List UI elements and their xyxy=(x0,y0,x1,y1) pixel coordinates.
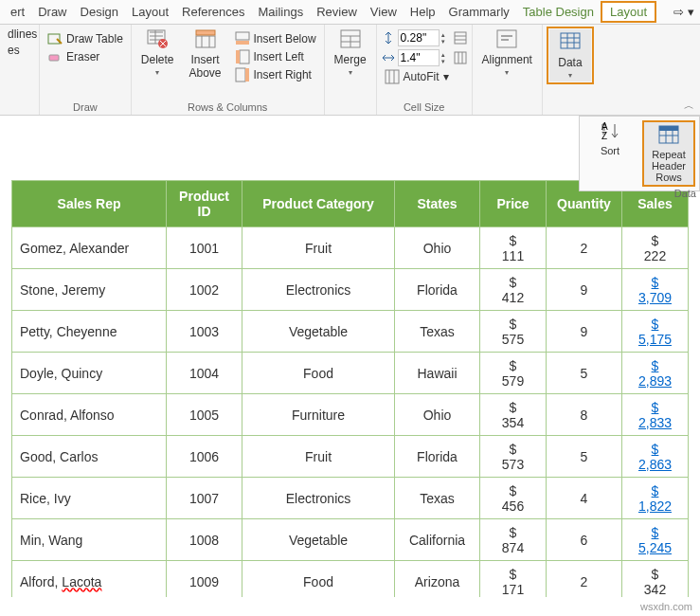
cell-pid[interactable]: 1001 xyxy=(167,227,242,269)
insert-below-button[interactable]: Insert Below xyxy=(231,30,320,47)
cell-sales[interactable]: $ 3,709 xyxy=(622,269,689,311)
cell-cat[interactable]: Fruit xyxy=(242,227,395,269)
autofit-button[interactable]: AutoFit ▾ xyxy=(381,68,453,85)
table-row[interactable]: Stone, Jeremy1002ElectronicsFlorida$ 412… xyxy=(12,269,689,311)
tab-mailings[interactable]: Mailings xyxy=(252,1,311,23)
cell-sales[interactable]: $ 2,893 xyxy=(622,353,689,394)
cell-sales[interactable]: $ 5,245 xyxy=(622,519,689,561)
cell-cat[interactable]: Food xyxy=(242,353,395,394)
cell-pid[interactable]: 1009 xyxy=(167,561,242,598)
cell-state[interactable]: California xyxy=(395,519,480,561)
cell-qty[interactable]: 9 xyxy=(547,311,622,353)
col-price[interactable]: Price xyxy=(480,181,547,227)
cell-cat[interactable]: Electronics xyxy=(242,269,395,311)
alignment-button[interactable]: Alignment ▾ xyxy=(476,27,538,79)
tab-view[interactable]: View xyxy=(364,1,404,23)
cell-pid[interactable]: 1004 xyxy=(167,353,242,394)
cell-qty[interactable]: 2 xyxy=(547,227,622,269)
cell-pid[interactable]: 1008 xyxy=(167,519,242,561)
cell-pid[interactable]: 1002 xyxy=(167,269,242,311)
cell-price[interactable]: $ 111 xyxy=(480,227,547,269)
cell-state[interactable]: Ohio xyxy=(395,394,480,436)
col-width-input[interactable] xyxy=(398,49,440,66)
cell-cat[interactable]: Vegetable xyxy=(242,519,395,561)
cell-qty[interactable]: 6 xyxy=(547,519,622,561)
cell-cat[interactable]: Vegetable xyxy=(242,311,395,353)
insert-left-button[interactable]: Insert Left xyxy=(231,48,320,65)
delete-button[interactable]: Delete ▾ xyxy=(135,27,180,79)
cell-sales[interactable]: $ 2,863 xyxy=(622,436,689,478)
table-row[interactable]: Alford, Lacota1009FoodArizona$ 1712$ 342 xyxy=(12,561,689,598)
width-spinner[interactable]: ▴▾ xyxy=(441,51,445,64)
distribute-rows-icon[interactable] xyxy=(453,30,468,45)
table-row[interactable]: Good, Carlos1006FruitFlorida$ 5735$ 2,86… xyxy=(12,436,689,478)
cell-qty[interactable]: 4 xyxy=(547,478,622,519)
cell-qty[interactable]: 9 xyxy=(547,269,622,311)
cell-rep[interactable]: Gomez, Alexander xyxy=(12,227,167,269)
table-row[interactable]: Min, Wang1008VegetableCalifornia$ 8746$ … xyxy=(12,519,689,561)
col-product-id[interactable]: Product ID xyxy=(167,181,242,227)
cell-rep[interactable]: Alford, Lacota xyxy=(12,561,167,598)
tab-draw[interactable]: Draw xyxy=(31,1,73,23)
cell-qty[interactable]: 5 xyxy=(547,436,622,478)
cell-price[interactable]: $ 456 xyxy=(480,478,547,519)
tab-table-design[interactable]: Table Design xyxy=(516,1,601,23)
cell-sales[interactable]: $ 2,833 xyxy=(622,394,689,436)
collapse-ribbon-icon[interactable]: ︿ xyxy=(684,99,694,113)
col-states[interactable]: States xyxy=(395,181,480,227)
tab-layout[interactable]: Layout xyxy=(125,1,175,23)
cell-rep[interactable]: Stone, Jeremy xyxy=(12,269,167,311)
table-row[interactable]: Gomez, Alexander1001FruitOhio$ 1112$ 222 xyxy=(12,227,689,269)
tab-references[interactable]: References xyxy=(175,1,251,23)
cell-pid[interactable]: 1003 xyxy=(167,311,242,353)
cell-state[interactable]: Hawaii xyxy=(395,353,480,394)
cell-qty[interactable]: 8 xyxy=(547,394,622,436)
cell-state[interactable]: Ohio xyxy=(395,227,480,269)
eraser-button[interactable]: Eraser xyxy=(44,48,103,65)
cell-qty[interactable]: 2 xyxy=(547,561,622,598)
cell-price[interactable]: $ 412 xyxy=(480,269,547,311)
repeat-header-rows-button[interactable]: Repeat Header Rows xyxy=(642,120,695,187)
gridlines-button[interactable]: dlines xyxy=(4,27,41,42)
share-icon[interactable]: ⇨ xyxy=(673,5,684,19)
table-row[interactable]: Conrad, Alfonso1005FurnitureOhio$ 3548$ … xyxy=(12,394,689,436)
cell-sales[interactable]: $ 5,175 xyxy=(622,311,689,353)
cell-price[interactable]: $ 171 xyxy=(480,561,547,598)
sort-button[interactable]: AZ Sort xyxy=(583,120,637,187)
cell-sales[interactable]: $ 1,822 xyxy=(622,478,689,519)
tab-table-layout[interactable]: Layout xyxy=(601,1,656,23)
cell-rep[interactable]: Rice, Ivy xyxy=(12,478,167,519)
cell-rep[interactable]: Conrad, Alfonso xyxy=(12,394,167,436)
cell-state[interactable]: Florida xyxy=(395,269,480,311)
tab-grammarly[interactable]: Grammarly xyxy=(442,1,516,23)
cell-price[interactable]: $ 575 xyxy=(480,311,547,353)
cell-state[interactable]: Texas xyxy=(395,311,480,353)
insert-right-button[interactable]: Insert Right xyxy=(231,66,320,83)
height-spinner[interactable]: ▴▾ xyxy=(441,31,445,45)
properties-button[interactable]: es xyxy=(4,43,24,58)
col-product-category[interactable]: Product Category xyxy=(242,181,395,227)
row-height-input[interactable] xyxy=(398,29,440,46)
cell-qty[interactable]: 5 xyxy=(547,353,622,394)
cell-pid[interactable]: 1007 xyxy=(167,478,242,519)
cell-rep[interactable]: Min, Wang xyxy=(12,519,167,561)
cell-state[interactable]: Arizona xyxy=(395,561,480,598)
cell-cat[interactable]: Food xyxy=(242,561,395,598)
tab-design[interactable]: Design xyxy=(74,1,125,23)
cell-state[interactable]: Florida xyxy=(395,436,480,478)
cell-price[interactable]: $ 354 xyxy=(480,394,547,436)
cell-price[interactable]: $ 579 xyxy=(480,353,547,394)
tab-help[interactable]: Help xyxy=(404,1,442,23)
qat-caret-icon[interactable]: ▾ xyxy=(688,5,694,19)
cell-price[interactable]: $ 874 xyxy=(480,519,547,561)
table-row[interactable]: Doyle, Quincy1004FoodHawaii$ 5795$ 2,893 xyxy=(12,353,689,394)
distribute-cols-icon[interactable] xyxy=(453,50,468,65)
cell-rep[interactable]: Doyle, Quincy xyxy=(12,353,167,394)
cell-price[interactable]: $ 573 xyxy=(480,436,547,478)
insert-above-button[interactable]: Insert Above xyxy=(184,27,227,82)
data-button[interactable]: Data ▾ xyxy=(549,29,591,82)
table-row[interactable]: Petty, Cheyenne1003VegetableTexas$ 5759$… xyxy=(12,311,689,353)
cell-rep[interactable]: Petty, Cheyenne xyxy=(12,311,167,353)
draw-table-button[interactable]: Draw Table xyxy=(44,30,127,47)
cell-state[interactable]: Texas xyxy=(395,478,480,519)
